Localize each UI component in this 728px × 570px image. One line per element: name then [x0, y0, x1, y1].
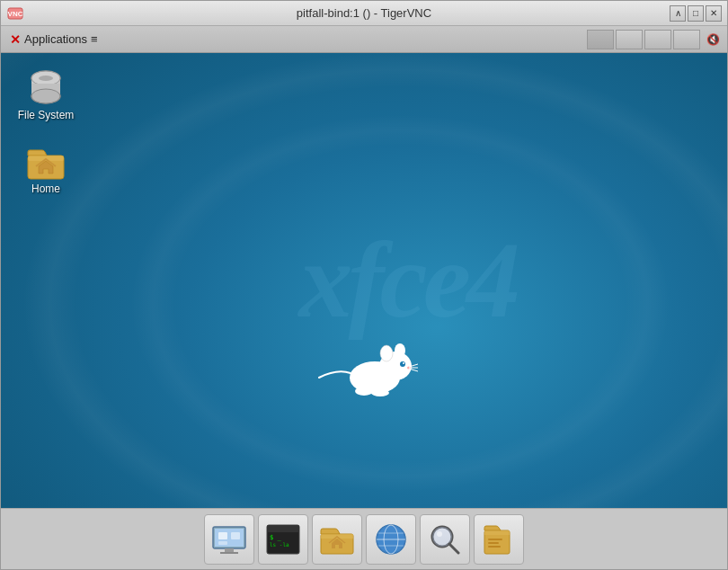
dock-item-browser[interactable]	[366, 514, 416, 565]
desktop-icons: File System Home	[10, 62, 82, 200]
maximize-button[interactable]: □	[688, 5, 704, 22]
home-icon	[24, 139, 67, 183]
svg-rect-49	[488, 542, 499, 544]
dock-item-search[interactable]	[420, 514, 470, 565]
svg-rect-28	[231, 532, 240, 539]
dock-item-terminal[interactable]: $ _ ls -la	[258, 514, 308, 565]
filesystem-label: File System	[18, 109, 75, 123]
svg-point-13	[380, 345, 393, 361]
volume-icon[interactable]: 🔇	[702, 30, 724, 49]
applications-menu[interactable]: ✕ Applications ≡	[4, 31, 103, 49]
panel-button-2[interactable]	[616, 30, 643, 49]
svg-rect-29	[218, 541, 227, 545]
desktop[interactable]: xfce4 File System	[1, 53, 727, 508]
svg-text:$ _: $ _	[270, 534, 281, 541]
bottom-panel: $ _ ls -la	[1, 508, 727, 569]
show-desktop-icon	[211, 521, 247, 557]
terminal-icon: $ _ ls -la	[265, 521, 301, 557]
svg-line-44	[449, 544, 458, 553]
files-icon	[481, 521, 517, 557]
svg-point-22	[371, 389, 389, 396]
title-bar-left: VNC	[6, 4, 24, 22]
search-icon	[427, 521, 463, 557]
dock-item-files[interactable]	[474, 514, 524, 565]
mouse-mascot	[310, 328, 418, 400]
desktop-icon-home[interactable]: Home	[10, 136, 82, 200]
top-panel: ✕ Applications ≡ 🔇	[1, 26, 727, 53]
panel-button-1[interactable]	[587, 30, 614, 49]
svg-rect-25	[225, 548, 234, 552]
dock-item-show-desktop[interactable]	[204, 514, 254, 565]
svg-point-6	[39, 76, 53, 81]
svg-text:ls -la: ls -la	[270, 541, 289, 548]
svg-point-14	[395, 343, 405, 358]
browser-icon	[373, 521, 409, 557]
panel-button-3[interactable]	[644, 30, 671, 49]
svg-point-15	[400, 361, 405, 367]
filesystem-icon	[24, 66, 67, 109]
panel-right: 🔇	[587, 30, 724, 49]
app-icon: VNC	[6, 4, 24, 22]
minimize-button[interactable]: ∧	[670, 5, 686, 22]
desktop-watermark: xfce4	[299, 218, 516, 343]
panel-button-4[interactable]	[673, 30, 700, 49]
window-controls: ∧ □ ✕	[670, 5, 722, 22]
svg-text:VNC: VNC	[8, 10, 23, 18]
title-bar: VNC pitfall-bind:1 () - TigerVNC ∧ □ ✕	[1, 1, 727, 26]
svg-rect-31	[267, 525, 299, 532]
dock-item-home-folder[interactable]	[312, 514, 362, 565]
svg-rect-27	[218, 532, 227, 539]
window-frame: VNC pitfall-bind:1 () - TigerVNC ∧ □ ✕ ✕…	[0, 0, 728, 570]
menu-arrow: ≡	[91, 32, 98, 46]
svg-rect-26	[220, 552, 238, 554]
home-folder-icon	[319, 521, 355, 557]
svg-rect-47	[484, 530, 510, 535]
svg-rect-48	[488, 539, 502, 540]
close-button[interactable]: ✕	[706, 5, 722, 22]
home-label: Home	[31, 183, 60, 197]
window-title: pitfall-bind:1 () - TigerVNC	[297, 6, 431, 20]
svg-point-45	[437, 531, 442, 537]
svg-point-16	[403, 362, 404, 364]
applications-label: Applications	[24, 32, 87, 46]
svg-point-8	[31, 89, 60, 103]
x-icon: ✕	[10, 32, 21, 47]
desktop-icon-filesystem[interactable]: File System	[10, 62, 82, 127]
svg-point-21	[355, 387, 373, 396]
svg-rect-50	[488, 546, 501, 548]
